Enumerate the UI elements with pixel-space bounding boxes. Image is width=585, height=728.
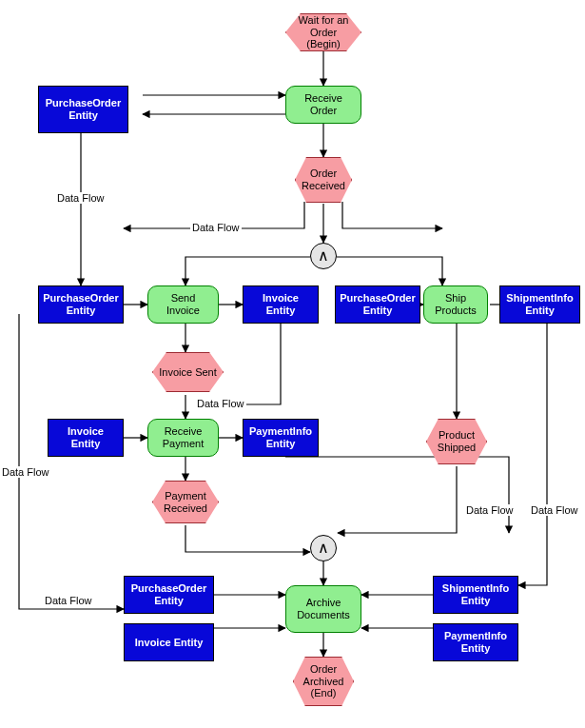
entity-label: PurchaseOrder Entity <box>340 292 415 316</box>
activity-send-invoice: Send Invoice <box>147 285 219 324</box>
entity-payment-info-mid: PaymentInfo Entity <box>243 419 319 457</box>
activity-label: Ship Products <box>430 292 481 316</box>
gateway-and-2: ∧ <box>310 535 337 561</box>
edge-label-data-flow: Data Flow <box>0 466 51 478</box>
entity-invoice-left: Invoice Entity <box>48 419 124 457</box>
activity-label: Receive Order <box>292 92 355 116</box>
entity-label: PaymentInfo Entity <box>249 425 312 449</box>
edge-label-data-flow: Data Flow <box>529 504 580 516</box>
entity-purchase-order-mid: PurchaseOrder Entity <box>335 285 420 324</box>
entity-shipment-info-bottom: ShipmentInfo Entity <box>433 576 518 614</box>
activity-label: Archive Documents <box>292 597 355 620</box>
activity-label: Receive Payment <box>154 425 212 449</box>
entity-label: ShipmentInfo Entity <box>506 292 574 316</box>
entity-label: PurchaseOrder Entity <box>130 582 207 606</box>
activity-label: Send Invoice <box>154 292 212 316</box>
event-label: Order Received <box>302 167 345 191</box>
entity-purchase-order-left: PurchaseOrder Entity <box>38 285 124 324</box>
activity-ship-products: Ship Products <box>423 285 488 324</box>
event-label: Payment Received <box>159 490 212 514</box>
activity-receive-order: Receive Order <box>285 86 361 124</box>
diagram-canvas: Wait for an Order (Begin) Order Received… <box>0 0 585 728</box>
entity-purchase-order-top: PurchaseOrder Entity <box>38 86 128 133</box>
edge-label-data-flow: Data Flow <box>43 595 94 606</box>
edge-label-data-flow: Data Flow <box>464 504 516 516</box>
entity-label: Invoice Entity <box>135 637 204 649</box>
event-label: Invoice Sent <box>159 366 217 379</box>
event-label: Wait for an Order (Begin) <box>292 14 355 50</box>
event-product-shipped: Product Shipped <box>426 419 487 464</box>
entity-label: PurchaseOrder Entity <box>43 292 118 316</box>
event-label: Order Archived (End) <box>300 663 347 699</box>
entity-label: Invoice Entity <box>249 292 312 316</box>
event-payment-received: Payment Received <box>152 481 219 523</box>
entity-invoice-bottom: Invoice Entity <box>124 623 214 661</box>
entity-label: Invoice Entity <box>54 425 117 449</box>
event-invoice-sent: Invoice Sent <box>152 352 224 392</box>
event-wait-order: Wait for an Order (Begin) <box>285 13 361 51</box>
entity-label: PaymentInfo Entity <box>439 630 512 654</box>
entity-purchase-order-bottom: PurchaseOrder Entity <box>124 576 214 614</box>
activity-receive-payment: Receive Payment <box>147 419 219 457</box>
entity-shipment-info-right: ShipmentInfo Entity <box>499 285 580 324</box>
gateway-and-1: ∧ <box>310 243 337 269</box>
entity-payment-info-bottom: PaymentInfo Entity <box>433 623 518 661</box>
event-order-archived: Order Archived (End) <box>293 657 354 706</box>
entity-label: ShipmentInfo Entity <box>439 582 512 606</box>
event-order-received: Order Received <box>295 157 352 203</box>
activity-archive-documents: Archive Documents <box>285 585 361 633</box>
event-label: Product Shipped <box>433 429 480 453</box>
edge-label-data-flow: Data Flow <box>195 398 246 409</box>
entity-invoice-mid: Invoice Entity <box>243 285 319 324</box>
gateway-label: ∧ <box>318 247 329 265</box>
edge-label-data-flow: Data Flow <box>190 222 242 233</box>
edge-label-data-flow: Data Flow <box>55 192 107 204</box>
entity-label: PurchaseOrder Entity <box>45 97 122 121</box>
gateway-label: ∧ <box>318 540 329 557</box>
